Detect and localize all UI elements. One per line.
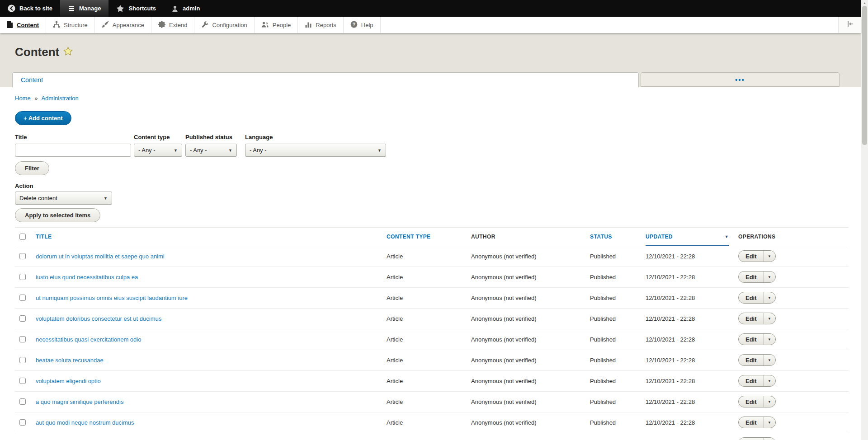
row-title-link[interactable]: voluptatem eligendi optio bbox=[36, 378, 101, 384]
toolbar-tab-shortcuts[interactable]: Shortcuts bbox=[108, 0, 164, 17]
row-checkbox[interactable] bbox=[19, 378, 26, 384]
content-type-select[interactable]: - Any - ▼ bbox=[134, 144, 182, 157]
favorite-star-icon[interactable] bbox=[63, 45, 73, 59]
edit-button[interactable]: Edit bbox=[739, 438, 764, 440]
page-title-text: Content bbox=[15, 45, 59, 59]
action-label: Action bbox=[15, 183, 861, 189]
title-filter-label: Title bbox=[15, 134, 131, 140]
edit-button[interactable]: Edit bbox=[739, 292, 764, 303]
title-filter-input[interactable] bbox=[15, 144, 131, 157]
menu-item-extend[interactable]: Extend bbox=[151, 17, 194, 33]
sort-by-title-link[interactable]: TITLE bbox=[36, 234, 52, 240]
row-content-type: Article bbox=[387, 350, 471, 370]
menu-item-appearance[interactable]: Appearance bbox=[95, 17, 151, 33]
edit-button[interactable]: Edit bbox=[739, 396, 764, 407]
chevron-down-icon: ▼ bbox=[768, 379, 771, 383]
chevron-down-icon: ▼ bbox=[377, 148, 382, 153]
ellipsis-icon[interactable]: ••• bbox=[735, 76, 745, 84]
menu-item-help[interactable]: ? Help bbox=[344, 17, 381, 33]
add-content-button[interactable]: + Add content bbox=[15, 111, 71, 125]
row-checkbox[interactable] bbox=[19, 274, 26, 280]
action-select[interactable]: Delete content ▼ bbox=[15, 192, 112, 205]
edit-dropdown-toggle[interactable]: ▼ bbox=[764, 334, 775, 345]
row-checkbox[interactable] bbox=[19, 315, 26, 322]
select-all-checkbox[interactable] bbox=[19, 234, 26, 240]
menu-item-configuration[interactable]: Configuration bbox=[194, 17, 254, 33]
chevron-down-icon: ▼ bbox=[104, 196, 108, 201]
edit-button[interactable]: Edit bbox=[739, 417, 764, 428]
admin-toolbar: Back to site Manage Shortcuts admin bbox=[0, 0, 861, 17]
edit-dropdown-toggle[interactable]: ▼ bbox=[764, 417, 775, 428]
page-scrollbar[interactable]: ▲ bbox=[861, 0, 868, 440]
back-to-site-link[interactable]: Back to site bbox=[0, 0, 60, 17]
row-checkbox[interactable] bbox=[19, 357, 26, 363]
sort-by-updated-link[interactable]: UPDATED bbox=[646, 234, 673, 240]
menu-item-people[interactable]: People bbox=[255, 17, 298, 33]
breadcrumb-home-link[interactable]: Home bbox=[15, 95, 31, 102]
toolbar-user-menu[interactable]: admin bbox=[164, 0, 208, 17]
published-status-select[interactable]: - Any - ▼ bbox=[185, 144, 237, 157]
row-title-link[interactable]: ut numquam possimus omnis eius suscipit … bbox=[36, 295, 188, 301]
wrench-icon bbox=[201, 21, 208, 29]
tab-overflow-button[interactable]: ••• bbox=[641, 72, 840, 87]
edit-button[interactable]: Edit bbox=[739, 334, 764, 345]
scrollbar-thumb[interactable] bbox=[862, 6, 867, 145]
edit-dropdown-toggle[interactable]: ▼ bbox=[764, 355, 775, 365]
edit-button[interactable]: Edit bbox=[739, 375, 764, 386]
content-type-filter-label: Content type bbox=[134, 134, 182, 140]
edit-dropdown-toggle[interactable]: ▼ bbox=[764, 396, 775, 407]
row-checkbox[interactable] bbox=[19, 398, 26, 405]
menu-item-label: Content bbox=[17, 22, 39, 28]
edit-split-button: Edit▼ bbox=[738, 292, 776, 304]
edit-button[interactable]: Edit bbox=[739, 251, 764, 262]
row-title-link[interactable]: necessitatibus quasi exercitationem odio bbox=[36, 336, 141, 343]
language-select[interactable]: - Any - ▼ bbox=[245, 144, 386, 157]
edit-dropdown-toggle[interactable]: ▼ bbox=[764, 438, 775, 440]
toolbar-tab-manage[interactable]: Manage bbox=[60, 0, 108, 17]
row-checkbox[interactable] bbox=[19, 253, 26, 259]
collapse-left-icon bbox=[846, 21, 854, 29]
breadcrumb-administration-link[interactable]: Administration bbox=[41, 95, 78, 102]
row-title-link[interactable]: iusto eius quod necessitatibus culpa ea bbox=[36, 274, 138, 281]
edit-dropdown-toggle[interactable]: ▼ bbox=[764, 251, 775, 262]
edit-dropdown-toggle[interactable]: ▼ bbox=[764, 375, 775, 386]
row-title-link[interactable]: aut quo modi neque nostrum ducimus bbox=[36, 419, 134, 426]
menu-item-content[interactable]: Content bbox=[0, 17, 46, 33]
table-row: voluptatem eligendi optioArticleAnonymou… bbox=[15, 370, 849, 391]
tab-content[interactable]: Content bbox=[12, 72, 639, 87]
admin-menu-tray: Content Structure Appearance Extend Conf… bbox=[0, 17, 861, 33]
table-row: iusto eius quod necessitatibus culpa eaA… bbox=[15, 267, 849, 287]
row-status: Published bbox=[590, 287, 646, 308]
edit-button[interactable]: Edit bbox=[739, 271, 764, 282]
row-status: Published bbox=[590, 267, 646, 287]
scroll-up-icon[interactable]: ▲ bbox=[861, 1, 868, 5]
row-content-type: Article bbox=[387, 287, 471, 308]
row-author: Anonymous (not verified) bbox=[471, 433, 590, 440]
row-checkbox[interactable] bbox=[19, 419, 26, 426]
sort-by-type-link[interactable]: CONTENT TYPE bbox=[387, 234, 430, 240]
apply-button[interactable]: Apply to selected items bbox=[15, 208, 100, 222]
row-title-link[interactable]: dolorum ut in voluptas mollitia et saepe… bbox=[36, 253, 165, 260]
edit-dropdown-toggle[interactable]: ▼ bbox=[764, 292, 775, 303]
table-row: beatae enim quis velArticleAnonymous (no… bbox=[15, 433, 849, 440]
chevron-down-icon: ▼ bbox=[768, 254, 771, 258]
edit-dropdown-toggle[interactable]: ▼ bbox=[764, 271, 775, 282]
row-title-link[interactable]: a quo magni similique perferendis bbox=[36, 398, 123, 405]
row-title-link[interactable]: voluptatem doloribus consectetur est ut … bbox=[36, 315, 161, 322]
row-content-type: Article bbox=[387, 433, 471, 440]
menu-item-reports[interactable]: Reports bbox=[298, 17, 344, 33]
sort-by-status-link[interactable]: STATUS bbox=[590, 234, 612, 240]
sort-descending-icon: ▼ bbox=[725, 234, 729, 239]
row-checkbox[interactable] bbox=[19, 336, 26, 342]
edit-button[interactable]: Edit bbox=[739, 313, 764, 324]
toolbar-orientation-toggle[interactable] bbox=[838, 17, 861, 33]
edit-button[interactable]: Edit bbox=[739, 355, 764, 365]
row-content-type: Article bbox=[387, 329, 471, 350]
row-title-link[interactable]: beatae soluta recusandae bbox=[36, 357, 104, 364]
row-checkbox[interactable] bbox=[19, 295, 26, 301]
edit-dropdown-toggle[interactable]: ▼ bbox=[764, 313, 775, 324]
chevron-down-icon: ▼ bbox=[768, 358, 771, 362]
tab-content-link[interactable]: Content bbox=[21, 76, 43, 84]
menu-item-structure[interactable]: Structure bbox=[46, 17, 95, 33]
filter-button[interactable]: Filter bbox=[15, 161, 49, 175]
